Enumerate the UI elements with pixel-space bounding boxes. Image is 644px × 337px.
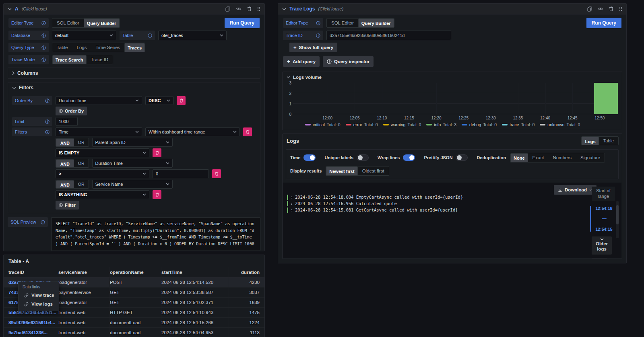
duplicate-icon[interactable] [587,6,592,12]
filter-operator-select[interactable]: > [56,169,149,178]
older-logs-button[interactable]: Older logs [592,236,612,255]
bool-or[interactable]: OR [74,159,89,167]
bool-or[interactable]: OR [74,138,89,146]
logs-volume-header[interactable]: Logs volume [283,72,622,80]
view-trace-link[interactable]: View trace [19,291,59,300]
remove-filter-button[interactable] [153,190,161,199]
query-type-timeseries[interactable]: Time Series [91,43,124,52]
x-tick-label: 12:20 [431,116,442,120]
bool-and[interactable]: AND [56,180,74,189]
bool-or[interactable]: OR [74,180,89,188]
bool-and[interactable]: AND [56,159,74,168]
prettify-json-toggle[interactable] [456,154,468,161]
column-header-starttime[interactable]: startTime [161,267,229,277]
legend-swatch [426,124,432,125]
duplicate-icon[interactable] [225,6,230,12]
drag-handle-icon[interactable] [619,6,622,11]
trace-id-input[interactable] [326,31,451,40]
table-select[interactable]: otel_traces [158,31,227,40]
dedup-none[interactable]: None [510,153,528,162]
trace-mode-label: Trace Mode [8,55,49,64]
add-order-by-button[interactable]: Order By [56,107,87,115]
view-tab-table[interactable]: Table [599,137,618,145]
info-icon [316,33,320,38]
run-query-button[interactable]: Run Query [586,18,621,28]
column-header-duration[interactable]: duration [229,267,260,277]
query-type-logs[interactable]: Logs [72,43,91,52]
tab-sql-editor[interactable]: SQL Editor [327,18,358,27]
run-query-button[interactable]: Run Query [225,18,260,28]
log-line[interactable]: 2024-06-28 12:54:15.081 GetCartAsync cal… [287,208,576,213]
unique-labels-toggle[interactable] [357,154,369,161]
database-select[interactable]: default [52,31,116,40]
legend-swatch [540,124,545,125]
hide-response-eye-icon[interactable] [598,7,603,11]
filter-field-select[interactable]: Service Name [92,180,173,189]
time-filter-field-select[interactable]: Time [56,127,142,136]
limit-input[interactable] [56,117,78,126]
legend-item[interactable]: criticalTotal: 0 [305,122,341,127]
drag-handle-icon[interactable] [257,6,260,11]
dedup-numbers[interactable]: Numbers [548,153,576,162]
query-type-table[interactable]: Table [52,43,72,52]
filter-operator-select[interactable]: IS EMPTY [56,148,149,157]
info-icon [41,58,46,62]
bool-and[interactable]: AND [56,138,74,147]
remove-filter-button[interactable] [212,169,221,178]
show-full-query-button[interactable]: +Show full query [289,43,337,52]
add-filter-button[interactable]: Filter [56,201,79,210]
tab-sql-editor[interactable]: SQL Editor [52,18,84,27]
scrollbar-thumb[interactable] [616,205,619,224]
collapse-chevron-icon[interactable] [8,8,12,10]
legend-item[interactable]: infoTotal: 3 [426,122,456,127]
dedup-signature[interactable]: Signature [576,153,605,162]
filter-field-select[interactable]: Duration Time [92,159,173,168]
trace-id-link[interactable]: 89cf4286e631591b4... [8,318,58,327]
legend-item[interactable]: debugTotal: 0 [462,122,497,127]
remove-filter-button[interactable] [153,148,161,157]
legend-item[interactable]: warningTotal: 0 [383,122,421,127]
log-line[interactable]: 2024-06-28 12:54:18.004 EmptyCartAsync c… [287,195,576,200]
remove-query-trash-icon[interactable] [247,6,252,11]
order-by-direction-select[interactable]: DESC [145,96,173,105]
add-query-button[interactable]: +Add query [283,56,320,67]
log-line[interactable]: 2024-06-28 12:54:16.956 Calculated quote [287,201,576,206]
legend-item[interactable]: errorTotal: 0 [346,122,378,127]
filter-operator-select[interactable]: IS ANYTHING [56,190,149,199]
trace-mode-search[interactable]: Trace Search [52,55,87,64]
legend-series-total: Total: 0 [483,122,497,127]
remove-time-filter-button[interactable] [243,127,252,136]
column-header-traceid[interactable]: traceID [8,267,58,277]
filters-section-header[interactable]: Filters [8,82,260,93]
dedup-exact[interactable]: Exact [528,153,549,162]
remove-order-by-button[interactable] [177,96,186,105]
wrap-lines-toggle[interactable] [403,154,415,161]
order-newest-first[interactable]: Newest first [326,166,357,176]
order-by-field-select[interactable]: Duration Time [56,96,142,105]
chevron-down-icon [12,86,16,89]
chevron-down-icon [142,152,146,154]
hide-response-eye-icon[interactable] [236,7,242,11]
collapse-chevron-icon[interactable] [282,8,286,10]
legend-swatch [502,124,508,125]
tab-query-builder[interactable]: Query Builder [84,18,120,28]
query-type-traces[interactable]: Traces [124,43,145,52]
remove-query-trash-icon[interactable] [609,6,613,11]
time-toggle[interactable] [303,154,316,161]
tab-query-builder[interactable]: Query Builder [358,18,394,28]
query-inspector-button[interactable]: Query inspector [323,56,374,67]
legend-item[interactable]: unknownTotal: 0 [540,122,580,127]
time-filter-value-select[interactable]: Within dashboard time range [145,127,240,136]
filter-field-select[interactable]: Parent Span ID [92,138,173,147]
columns-section-header[interactable]: Columns [8,68,260,78]
filter-value-input[interactable] [153,169,209,178]
order-oldest-first[interactable]: Oldest first [358,166,389,175]
view-logs-link[interactable]: View logs [19,300,59,308]
trace-mode-id[interactable]: Trace ID [87,55,113,64]
trace-id-link[interactable]: 9a7baf61341336... [8,328,58,337]
scroll-to-top-button[interactable]: ↑ [592,258,607,259]
column-header-servicename[interactable]: serviceName [58,267,110,277]
view-tab-logs[interactable]: Logs [582,137,599,145]
column-header-operationname[interactable]: operationName [110,267,161,277]
legend-item[interactable]: traceTotal: 0 [502,122,535,127]
